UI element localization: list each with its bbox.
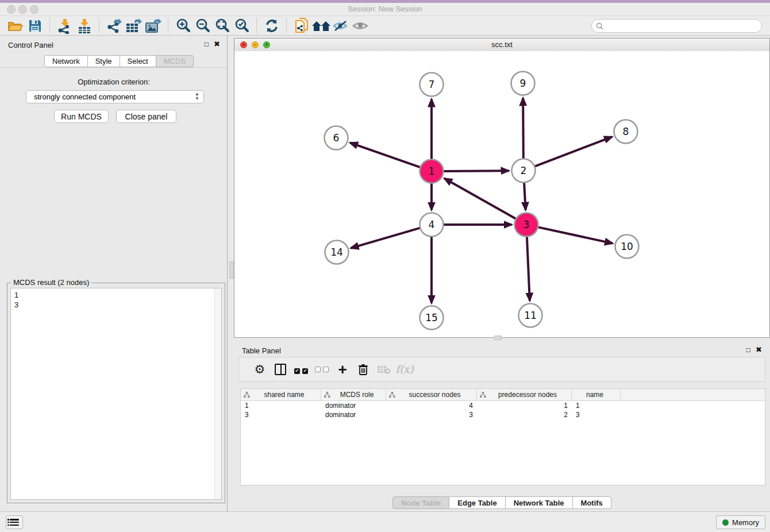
- clone-network-button[interactable]: [292, 17, 311, 34]
- zoom-fit-button[interactable]: [213, 17, 232, 34]
- table-settings-button[interactable]: ⚙: [249, 360, 270, 379]
- tab-select[interactable]: Select: [120, 55, 156, 67]
- result-scrollbar[interactable]: [214, 288, 221, 499]
- column-header-shared-name[interactable]: shared name: [241, 389, 321, 400]
- graph-node-15[interactable]: 15: [420, 306, 444, 330]
- graph-node-3[interactable]: 3: [515, 213, 538, 237]
- table-cell[interactable]: dominator: [321, 401, 386, 410]
- float-panel-icon[interactable]: □: [205, 40, 209, 48]
- delete-column-button[interactable]: [353, 360, 374, 379]
- table-cell[interactable]: 3: [386, 410, 477, 419]
- tab-network[interactable]: Network: [44, 55, 88, 67]
- graph-edge-2-3[interactable]: [524, 182, 526, 210]
- import-network-icon: [57, 18, 72, 34]
- node-table[interactable]: shared nameMCDS rolesuccessor nodesprede…: [240, 388, 765, 485]
- hide-selected-button[interactable]: [331, 17, 351, 34]
- clone-network-icon: [294, 17, 309, 34]
- graph-edge-3-11[interactable]: [527, 236, 530, 300]
- column-layout-button[interactable]: [270, 360, 291, 379]
- table-cell[interactable]: 3: [241, 410, 321, 419]
- column-label: name: [572, 391, 620, 399]
- search-box[interactable]: [591, 19, 762, 33]
- show-all-button[interactable]: [351, 17, 370, 34]
- graph-edge-3-10[interactable]: [537, 227, 613, 243]
- column-header-successor-nodes[interactable]: successor nodes: [386, 389, 477, 400]
- zoom-in-button[interactable]: [174, 17, 193, 34]
- graph-node-8[interactable]: 8: [614, 120, 638, 144]
- graph-edge-1-2[interactable]: [442, 171, 509, 171]
- table-cell[interactable]: 2: [477, 410, 572, 419]
- node-table-header: shared nameMCDS rolesuccessor nodesprede…: [241, 389, 765, 401]
- graph-node-6[interactable]: 6: [325, 126, 348, 150]
- close-panel-button[interactable]: Close panel: [116, 110, 176, 123]
- task-history-button[interactable]: [6, 515, 23, 529]
- function-builder-button[interactable]: f(x): [394, 360, 415, 379]
- network-canvas[interactable]: 1234678910111415: [234, 51, 769, 337]
- graph-node-14[interactable]: 14: [325, 241, 349, 264]
- select-stepper-icon: ▲▼: [195, 92, 199, 101]
- tab-style[interactable]: Style: [88, 55, 120, 67]
- zoom-selected-button[interactable]: [232, 17, 252, 34]
- graph-edge-1-6[interactable]: [350, 142, 421, 167]
- table-cell[interactable]: 1: [477, 401, 572, 410]
- close-panel-icon[interactable]: ✖: [214, 40, 220, 48]
- trash-icon: [357, 363, 369, 376]
- svg-text:15: 15: [425, 312, 438, 323]
- export-image-button[interactable]: [144, 17, 163, 34]
- float-table-panel-icon[interactable]: □: [746, 346, 750, 354]
- run-mcds-button[interactable]: Run MCDS: [54, 110, 109, 123]
- search-input[interactable]: [606, 21, 761, 30]
- optimization-criterion-select[interactable]: strongly connected component ▲▼: [26, 90, 204, 103]
- tab-mcds[interactable]: MCDS: [156, 55, 194, 67]
- export-table-button[interactable]: [124, 17, 144, 34]
- vertical-splitter-handle[interactable]: [229, 261, 234, 279]
- search-icon: [596, 22, 603, 30]
- network-window-titlebar[interactable]: × − + scc.txt: [234, 38, 769, 52]
- network-graph[interactable]: 1234678910111415: [234, 51, 769, 337]
- add-column-button[interactable]: +: [332, 360, 353, 379]
- select-all-columns-button[interactable]: ✔ ✔: [291, 360, 311, 379]
- delete-table-button[interactable]: [374, 360, 394, 379]
- open-session-button[interactable]: [6, 17, 25, 34]
- first-neighbors-button[interactable]: [311, 17, 331, 34]
- graph-edge-3-1[interactable]: [444, 179, 517, 219]
- import-table-button[interactable]: [75, 17, 94, 34]
- tab-node-table[interactable]: Node Table: [392, 496, 449, 509]
- graph-node-2[interactable]: 2: [512, 159, 536, 183]
- column-header-MCDS-role[interactable]: MCDS role: [321, 389, 386, 400]
- table-cell[interactable]: 1: [572, 401, 621, 410]
- table-cell[interactable]: 4: [386, 401, 477, 410]
- save-session-button[interactable]: [25, 17, 45, 34]
- graph-node-1[interactable]: 1: [420, 160, 444, 183]
- tab-motifs[interactable]: Motifs: [573, 496, 611, 509]
- mcds-result-box[interactable]: 1 3: [10, 288, 222, 500]
- status-bar: Memory: [0, 511, 770, 532]
- deselect-all-columns-button[interactable]: [311, 360, 332, 379]
- zoom-out-button[interactable]: [193, 17, 213, 34]
- svg-text:11: 11: [524, 310, 537, 321]
- horizontal-splitter-handle[interactable]: [494, 336, 502, 340]
- tab-network-table[interactable]: Network Table: [506, 496, 573, 509]
- graph-edge-2-9[interactable]: [523, 98, 523, 159]
- graph-edge-4-14[interactable]: [351, 228, 421, 248]
- table-cell[interactable]: dominator: [321, 410, 386, 419]
- table-row[interactable]: 3dominator323: [241, 410, 765, 419]
- column-header-predecessor-nodes[interactable]: predecessor nodes: [477, 389, 572, 400]
- memory-button[interactable]: Memory: [716, 515, 765, 529]
- toolbar-separator: [286, 18, 287, 33]
- column-header-name[interactable]: name: [572, 389, 621, 400]
- tab-edge-table[interactable]: Edge Table: [449, 496, 505, 509]
- import-network-button[interactable]: [55, 17, 75, 34]
- graph-node-7[interactable]: 7: [420, 73, 444, 97]
- export-network-button[interactable]: [105, 17, 124, 34]
- graph-node-9[interactable]: 9: [511, 72, 535, 95]
- close-table-panel-icon[interactable]: ✖: [756, 346, 762, 354]
- table-cell[interactable]: 1: [241, 401, 321, 410]
- graph-node-11[interactable]: 11: [519, 304, 542, 327]
- table-row[interactable]: 1dominator411: [241, 401, 765, 410]
- table-cell[interactable]: 3: [572, 410, 621, 419]
- refresh-view-button[interactable]: [262, 17, 282, 34]
- graph-node-4[interactable]: 4: [420, 213, 444, 237]
- graph-edge-2-8[interactable]: [534, 137, 612, 167]
- graph-node-10[interactable]: 10: [615, 235, 639, 259]
